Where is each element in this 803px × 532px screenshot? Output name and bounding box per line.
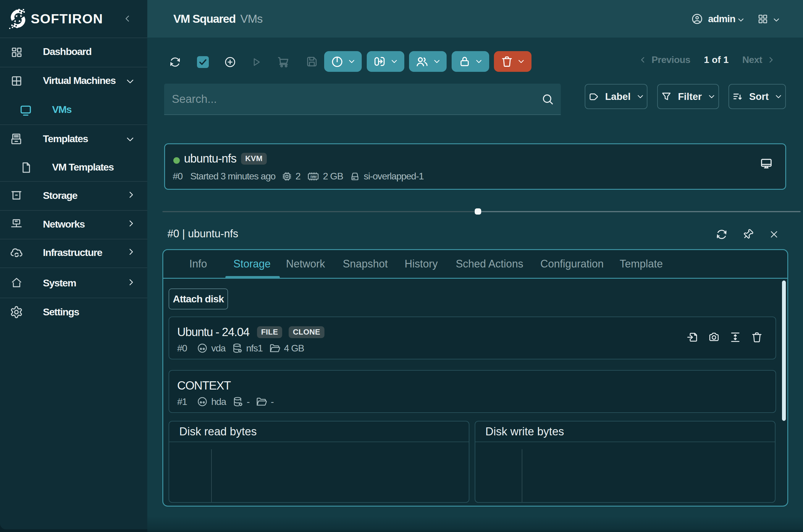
svg-text:RAM: RAM [310,175,316,178]
